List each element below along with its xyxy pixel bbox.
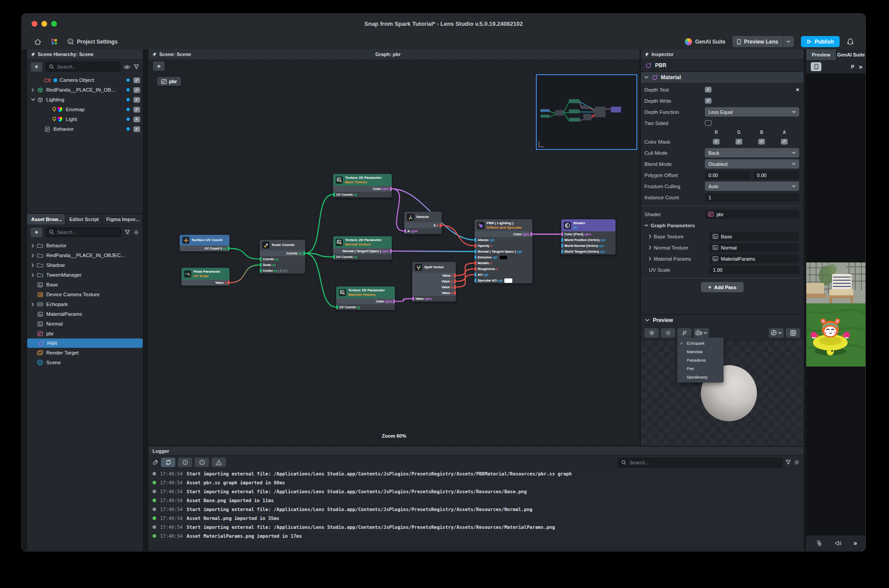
- node-port-a-out[interactable]: A.a: [404, 222, 442, 228]
- publish-button[interactable]: Publish: [801, 36, 840, 47]
- env-option-pasadena[interactable]: Pasadena: [677, 356, 724, 364]
- snapchat-ghost-icon[interactable]: [847, 38, 854, 45]
- graph-node-pbr[interactable]: PBR ( Lighting )Diffuse and SpecularColo…: [475, 219, 532, 283]
- port-input[interactable]: [475, 273, 476, 277]
- log-row[interactable]: 17:40:54Asset Normal.png imported in 35m…: [149, 514, 804, 523]
- expander-right-icon[interactable]: [30, 244, 36, 248]
- node-port-color-out[interactable]: Color.rgba: [336, 298, 395, 304]
- port-output[interactable]: [454, 291, 456, 295]
- checkbox-checked[interactable]: ✓: [705, 98, 712, 104]
- dropdown-depth-function[interactable]: Less Equal: [705, 107, 799, 117]
- expander-right-icon[interactable]: [30, 273, 36, 277]
- asset-item-tweenmanager[interactable]: TweenManager: [27, 270, 143, 280]
- asset-item-redpanda-place-in-objec[interactable]: RedPanda__PLACE_IN_OBJEC...: [27, 250, 143, 260]
- graph-node-normal[interactable]: Texture 2D ParameterNormal TextureNormal…: [333, 236, 392, 260]
- node-port-scale-in[interactable]: Scale.xy: [260, 262, 305, 268]
- expander-right-icon[interactable]: [649, 246, 652, 250]
- node-port-uv-coords-in[interactable]: UV Coords.xy: [333, 192, 392, 197]
- graph-minimap[interactable]: [536, 74, 637, 150]
- port-input[interactable]: [475, 244, 476, 248]
- hierarchy-item-lighting[interactable]: Lighting✓: [27, 95, 143, 105]
- input-polygon-offset-1[interactable]: 0.00: [753, 171, 799, 180]
- port-input[interactable]: [475, 261, 476, 265]
- port-input[interactable]: [561, 244, 563, 248]
- enabled-checkbox[interactable]: ✓: [133, 77, 140, 83]
- port-output[interactable]: [390, 249, 392, 253]
- graph-node-material[interactable]: Texture 2D ParameterMaterial ParamsColor…: [336, 286, 395, 310]
- env-option-speakeasy[interactable]: Speakeasy: [677, 373, 724, 381]
- preview-settings-button[interactable]: [661, 328, 675, 338]
- port-output[interactable]: [393, 299, 395, 303]
- environment-select-button[interactable]: [694, 328, 709, 338]
- autoscroll-button[interactable]: [161, 458, 175, 467]
- checkbox-checked[interactable]: ✓: [758, 139, 765, 145]
- asset-field-shader[interactable]: pbr: [705, 210, 799, 219]
- log-row[interactable]: 17:40:54Asset pbr.ss_graph imported in 8…: [149, 478, 804, 487]
- graph-node-scale[interactable]: Scale CoordsCoords.xyCoords.xyScale.xyCe…: [260, 240, 305, 274]
- env-option-marvista[interactable]: Marvista: [677, 347, 724, 356]
- port-output[interactable]: [454, 285, 456, 289]
- color-swatch[interactable]: [499, 255, 507, 260]
- node-port-ao-in[interactable]: AO.rgb: [475, 272, 532, 278]
- asset-field-material-params[interactable]: MaterialParams: [709, 254, 799, 263]
- port-output[interactable]: [454, 274, 456, 278]
- checkbox-checked[interactable]: ✓: [713, 139, 720, 145]
- pin-icon[interactable]: [644, 52, 649, 57]
- expander-right-icon[interactable]: [30, 302, 36, 306]
- port-input[interactable]: [333, 193, 335, 197]
- layer-dot[interactable]: [126, 78, 130, 82]
- expand-panel-icon[interactable]: »: [853, 540, 857, 547]
- port-input[interactable]: [475, 267, 476, 271]
- port-input[interactable]: [412, 297, 414, 301]
- enabled-checkbox[interactable]: ✓: [133, 126, 140, 132]
- asset-field-base-texture[interactable]: Base: [709, 232, 799, 241]
- pin-icon[interactable]: [152, 52, 157, 57]
- logger-search-input[interactable]: Search...: [618, 458, 783, 467]
- pin-icon[interactable]: [31, 52, 36, 57]
- visibility-icon[interactable]: [124, 64, 130, 69]
- port-output[interactable]: [390, 187, 392, 191]
- add-pass-button[interactable]: +Add Pass: [701, 282, 744, 292]
- asset-item-shadow[interactable]: Shadow: [27, 260, 143, 270]
- asset-item-echopark[interactable]: HDREchopark: [27, 299, 143, 309]
- hierarchy-item-redpanda-place-in-ob[interactable]: RedPanda__PLACE_IN_OB...✓: [27, 85, 143, 95]
- graph-node-base[interactable]: Texture 2D ParameterBase TextureColor.rg…: [333, 174, 392, 197]
- enabled-checkbox[interactable]: ✓: [133, 107, 140, 113]
- port-input[interactable]: [561, 238, 563, 242]
- layer-dot[interactable]: [126, 127, 130, 131]
- log-row[interactable]: 17:40:54Start importing external file: /…: [149, 523, 804, 532]
- expander-right-icon[interactable]: [649, 257, 652, 261]
- port-output[interactable]: [228, 246, 229, 250]
- home-icon[interactable]: [34, 39, 41, 45]
- node-port-world-normal-vertex-in[interactable]: World Normal (Vertex).xyz: [561, 243, 615, 249]
- port-output[interactable]: [454, 279, 456, 283]
- input-instance-count[interactable]: 1: [705, 193, 799, 202]
- preview-light-button[interactable]: [677, 328, 692, 338]
- port-input[interactable]: [260, 269, 261, 273]
- project-settings-button[interactable]: Project Settings: [67, 38, 117, 45]
- info-filter-button[interactable]: [178, 458, 192, 467]
- layer-dot[interactable]: [126, 117, 130, 121]
- graph-tab-pbr[interactable]: pbr: [157, 77, 181, 86]
- hierarchy-item-envmap[interactable]: Envmap✓: [27, 105, 143, 114]
- assets-search-input[interactable]: Search...: [45, 227, 121, 237]
- node-port-a-in[interactable]: A.rgba: [404, 228, 442, 234]
- node-port-albedo-in[interactable]: Albedo.rgb: [475, 237, 532, 243]
- port-output[interactable]: [303, 251, 305, 255]
- clear-log-icon[interactable]: [153, 459, 158, 465]
- tab-figma-impor[interactable]: Figma Impor...: [102, 214, 143, 225]
- dropdown-cull-mode[interactable]: Back: [705, 148, 799, 157]
- port-input[interactable]: [475, 278, 476, 282]
- right-tab-preview[interactable]: Preview: [806, 49, 837, 60]
- color-swatch[interactable]: [504, 278, 512, 283]
- hierarchy-item-behavior[interactable]: Behavior✓: [27, 124, 143, 134]
- port-input[interactable]: [475, 255, 476, 259]
- node-port-uv-coords-in[interactable]: UV Coords.xy: [336, 304, 395, 310]
- node-port-opacity-in[interactable]: Opacity.x: [475, 243, 532, 249]
- checkbox-unchecked[interactable]: [705, 120, 712, 126]
- close-icon[interactable]: ×: [796, 86, 799, 93]
- enabled-checkbox[interactable]: ✓: [133, 97, 140, 103]
- checkbox-checked[interactable]: ✓: [781, 139, 788, 145]
- node-port-value-out[interactable]: Value.x: [181, 280, 229, 286]
- node-port-specular-ao-in[interactable]: Specular AO.rgb: [475, 278, 532, 283]
